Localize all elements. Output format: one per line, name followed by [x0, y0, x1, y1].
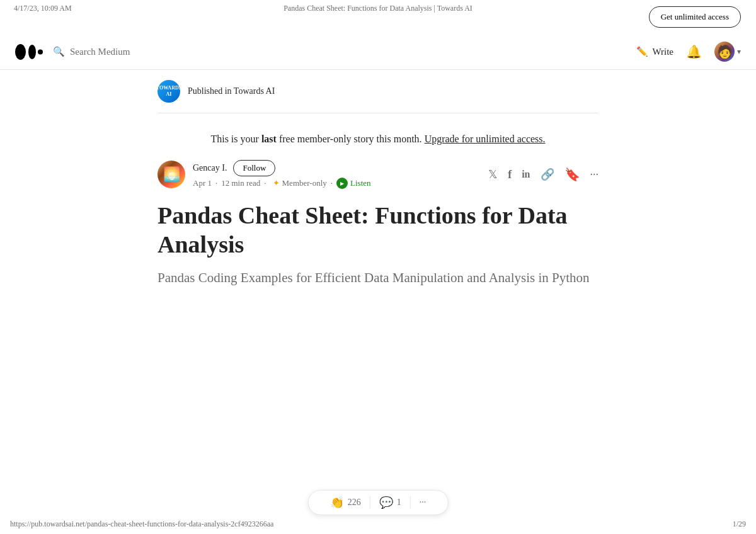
write-icon: ✏️ [636, 46, 648, 57]
top-bar: Get unlimited access [0, 0, 756, 34]
play-icon: ▶ [336, 178, 348, 189]
user-avatar-menu[interactable]: 🧑 ▾ [714, 42, 741, 62]
medium-logo[interactable] [15, 44, 43, 60]
article-date: Apr 1 [193, 178, 212, 188]
article-title: Pandas Cheat Sheet: Functions for Data A… [158, 202, 598, 259]
listen-label: Listen [350, 178, 371, 188]
author-avatar[interactable]: 🌅 [158, 161, 185, 188]
author-name[interactable]: Gencay I. [193, 163, 227, 173]
article-read-time: 12 min read [221, 178, 260, 188]
publication-bar: TOWARDSAI Published in Towards AI [158, 70, 598, 113]
author-info: Gencay I. Follow Apr 1 · 12 min read · ✦… [193, 160, 371, 189]
svg-point-1 [28, 45, 36, 59]
publication-logo[interactable]: TOWARDSAI [158, 80, 180, 103]
search-icon: 🔍 [53, 46, 65, 57]
get-unlimited-button[interactable]: Get unlimited access [649, 6, 741, 28]
notifications-bell-icon[interactable]: 🔔 [686, 44, 702, 59]
member-badge-icon: ✦ [273, 178, 280, 188]
nav-right: ✏️ Write 🔔 🧑 ▾ [636, 42, 741, 62]
article-meta: Apr 1 · 12 min read · ✦ Member-only · ▶ … [193, 178, 371, 189]
save-icon[interactable]: 🔖 [564, 167, 580, 182]
avatar: 🧑 [714, 42, 735, 62]
search-placeholder: Search Medium [70, 47, 130, 57]
author-row: 🌅 Gencay I. Follow Apr 1 · 12 min read ·… [158, 160, 598, 189]
author-name-row: Gencay I. Follow [193, 160, 371, 176]
write-button[interactable]: ✏️ Write [636, 46, 673, 57]
author-left: 🌅 Gencay I. Follow Apr 1 · 12 min read ·… [158, 160, 371, 189]
article-subtitle: Pandas Coding Examples for Efficient Dat… [158, 269, 598, 287]
svg-point-0 [15, 44, 26, 60]
facebook-share-icon[interactable]: f [508, 168, 512, 181]
write-label: Write [652, 47, 673, 57]
notice-bold-word: last [261, 134, 277, 144]
twitter-share-icon[interactable]: 𝕏 [488, 168, 498, 181]
linkedin-share-icon[interactable]: in [522, 169, 530, 180]
follow-button[interactable]: Follow [233, 160, 275, 176]
navigation: 🔍 Search Medium ✏️ Write 🔔 🧑 ▾ [0, 34, 756, 70]
article-container: 🌅 Gencay I. Follow Apr 1 · 12 min read ·… [145, 160, 611, 288]
publication-name[interactable]: Published in Towards AI [188, 86, 275, 96]
member-notice: This is your last free member-only story… [145, 134, 611, 145]
author-right-actions: 𝕏 f in 🔗 🔖 ··· [488, 167, 598, 182]
chevron-down-icon: ▾ [737, 47, 741, 57]
upgrade-link[interactable]: Upgrade for unlimited access. [425, 134, 546, 144]
svg-point-2 [38, 49, 43, 54]
copy-link-icon[interactable]: 🔗 [541, 168, 554, 181]
notice-text-before: This is your [210, 134, 261, 144]
more-options-icon[interactable]: ··· [590, 168, 599, 181]
search-bar[interactable]: 🔍 Search Medium [53, 46, 130, 57]
notice-text-after: free member-only story this month. [277, 134, 422, 144]
listen-button[interactable]: ▶ Listen [336, 178, 371, 189]
member-only-label: Member-only [282, 178, 327, 188]
